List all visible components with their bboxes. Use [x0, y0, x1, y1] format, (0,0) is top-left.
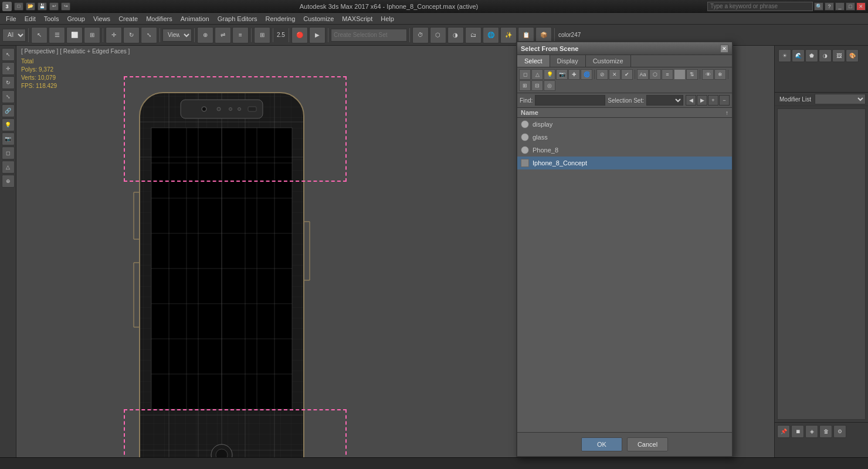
render-scene-icon[interactable]: ☀: [778, 49, 791, 62]
menu-item-graph-editors[interactable]: Graph Editors: [214, 14, 261, 23]
dialog-tab-select[interactable]: Select: [517, 55, 550, 67]
search-input[interactable]: [707, 2, 813, 11]
rect-select-btn[interactable]: ⬜: [66, 27, 83, 43]
freeze-btn[interactable]: ❄: [714, 69, 726, 80]
left-tool-6[interactable]: 💡: [2, 118, 15, 131]
make-unique-btn[interactable]: ◈: [805, 425, 818, 438]
active-shade-icon[interactable]: ◑: [819, 49, 832, 62]
all-btn[interactable]: ✔: [621, 69, 633, 80]
pivot-btn[interactable]: ⊕: [197, 27, 213, 43]
list-item[interactable]: glass: [517, 131, 732, 144]
render-setup-btn[interactable]: 🔴: [291, 27, 308, 43]
render-frame-icon[interactable]: 🖼: [832, 49, 845, 62]
left-tool-9[interactable]: △: [2, 161, 15, 174]
hide-layers-btn[interactable]: 👁: [702, 69, 714, 80]
left-tool-1[interactable]: ↖: [2, 48, 15, 61]
scene-props-icon[interactable]: ⬟: [805, 49, 818, 62]
shapes-btn[interactable]: △: [531, 69, 543, 80]
render-explorer-btn[interactable]: 🗂: [465, 27, 482, 43]
remove-modifier-btn[interactable]: 🗑: [819, 425, 832, 438]
rotate-btn[interactable]: ↻: [123, 27, 140, 43]
find-input[interactable]: [535, 95, 605, 106]
viewport-dropdown[interactable]: View: [162, 29, 192, 42]
move-btn[interactable]: ✛: [106, 27, 122, 43]
mirror-btn[interactable]: ⇌: [215, 27, 231, 43]
menu-item-views[interactable]: Views: [90, 14, 114, 23]
lights-btn[interactable]: 💡: [544, 69, 555, 80]
menu-item-maxscript[interactable]: MAXScript: [338, 14, 376, 23]
configure-btn[interactable]: ⚙: [833, 425, 846, 438]
menu-item-group[interactable]: Group: [63, 14, 89, 23]
schematic-btn[interactable]: ⬡: [430, 27, 446, 43]
dialog-tab-customize[interactable]: Customize: [586, 55, 631, 67]
sort-btn[interactable]: ⇅: [686, 69, 698, 80]
subtract-btn[interactable]: −: [719, 95, 730, 106]
dialog-tab-display[interactable]: Display: [550, 55, 586, 67]
list-item[interactable]: Phone_8: [517, 144, 732, 157]
create-selection-input[interactable]: [331, 29, 407, 42]
collapse-all-btn[interactable]: ⊟: [531, 80, 543, 91]
window-crossing-btn[interactable]: ⊞: [84, 27, 100, 43]
modifier-dropdown[interactable]: [815, 94, 866, 104]
list-item[interactable]: display: [517, 118, 732, 131]
help-btn[interactable]: ?: [825, 2, 834, 11]
left-tool-5[interactable]: 🔗: [2, 104, 15, 117]
left-tool-2[interactable]: ✛: [2, 62, 15, 75]
list-item[interactable]: Iphone_8_Concept: [517, 157, 732, 169]
left-tool-4[interactable]: ⤡: [2, 90, 15, 103]
layer-mgr-btn[interactable]: ⊞: [254, 27, 270, 43]
obj-type-btn[interactable]: ⬡: [649, 69, 661, 80]
show-influences-btn[interactable]: ◎: [544, 80, 555, 91]
expand-all-btn[interactable]: ⊞: [519, 80, 531, 91]
env-effects-icon[interactable]: 🌊: [792, 49, 805, 62]
find-prev-btn[interactable]: ◀: [686, 95, 696, 106]
quick-access-redo[interactable]: ↪: [61, 2, 70, 11]
quick-access-new[interactable]: □: [14, 2, 23, 11]
select-by-name-btn[interactable]: ☰: [49, 27, 65, 43]
scale-btn[interactable]: ⤡: [141, 27, 157, 43]
invert-sel-btn[interactable]: ⊘: [596, 69, 608, 80]
color-swatch-btn[interactable]: [674, 69, 686, 80]
menu-item-help[interactable]: Help: [377, 14, 398, 23]
helpers-btn[interactable]: ✚: [568, 69, 580, 80]
spacewarps-btn[interactable]: 🌀: [581, 69, 592, 80]
close-btn[interactable]: ✕: [856, 2, 866, 11]
left-tool-7[interactable]: 📷: [2, 132, 15, 145]
left-tool-3[interactable]: ↻: [2, 76, 15, 89]
align-btn[interactable]: ≡: [232, 27, 249, 43]
menu-item-tools[interactable]: Tools: [40, 14, 63, 23]
all-geometry-btn[interactable]: ◻: [519, 69, 531, 80]
selection-set-dropdown[interactable]: [646, 95, 683, 106]
environment-btn[interactable]: 🌐: [483, 27, 499, 43]
search-icon[interactable]: 🔍: [814, 2, 823, 11]
case-sensitive-btn[interactable]: Aa: [637, 69, 649, 80]
selection-filter-dropdown[interactable]: All: [2, 29, 26, 42]
show-end-result-btn[interactable]: ⏹: [791, 425, 804, 438]
material-editor-btn[interactable]: ◑: [447, 27, 464, 43]
track-view-btn[interactable]: ⏱: [412, 27, 429, 43]
none-btn[interactable]: ✕: [609, 69, 621, 80]
menu-item-edit[interactable]: Edit: [21, 14, 39, 23]
minimize-btn[interactable]: _: [835, 2, 845, 11]
find-next-btn[interactable]: ▶: [697, 95, 707, 106]
cameras-btn[interactable]: 📷: [556, 69, 568, 80]
dialog-close-btn[interactable]: ✕: [720, 45, 728, 53]
pin-stack-btn[interactable]: 📌: [777, 425, 790, 438]
maximize-btn[interactable]: □: [846, 2, 855, 11]
quick-access-save[interactable]: 💾: [38, 2, 47, 11]
menu-item-customize[interactable]: Customize: [300, 14, 337, 23]
render-btn[interactable]: ▶: [309, 27, 326, 43]
menu-item-modifiers[interactable]: Modifiers: [143, 14, 176, 23]
add-to-set-btn[interactable]: +: [708, 95, 718, 106]
menu-item-create[interactable]: Create: [115, 14, 141, 23]
left-tool-8[interactable]: ◻: [2, 147, 15, 159]
list-types-btn[interactable]: ≡: [662, 69, 673, 80]
menu-item-file[interactable]: File: [2, 14, 20, 23]
cancel-button[interactable]: Cancel: [627, 437, 668, 451]
menu-item-rendering[interactable]: Rendering: [262, 14, 299, 23]
ok-button[interactable]: OK: [581, 437, 622, 451]
quick-access-undo[interactable]: ↩: [49, 2, 59, 11]
left-tool-10[interactable]: ⊕: [2, 175, 15, 188]
select-tool-btn[interactable]: ↖: [31, 27, 48, 43]
quick-access-open[interactable]: 📂: [26, 2, 35, 11]
